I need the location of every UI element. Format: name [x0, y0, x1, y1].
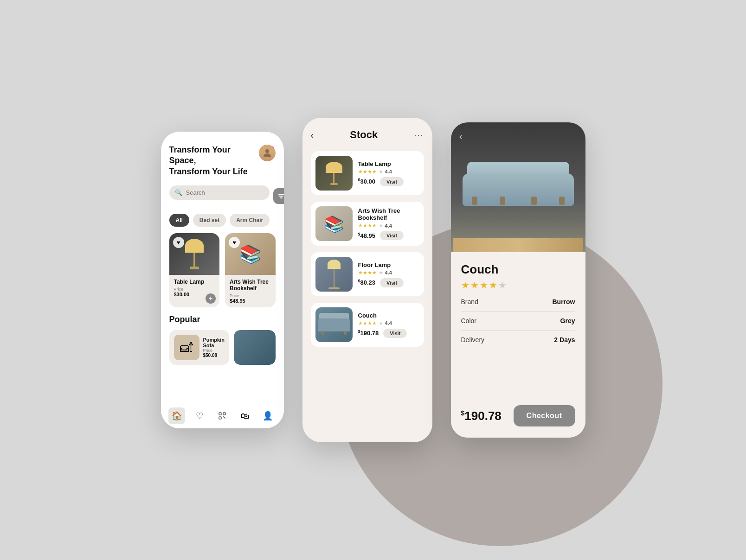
popular-image-sofa: 🛋	[174, 335, 199, 360]
detail-back-button[interactable]: ‹	[459, 131, 463, 143]
product-price-bookshelf: $48.95	[230, 298, 271, 304]
filter-button[interactable]	[273, 188, 284, 204]
rating-num-bookshelf: 4.4	[385, 223, 392, 229]
lamp-pole	[193, 253, 195, 267]
stock-item-bookshelf[interactable]: 📚 Arts Wish Tree Bookshelf ★★★★★ 4.4 $48…	[311, 202, 424, 246]
category-all[interactable]: All	[169, 214, 189, 227]
product-name-lamp: Table Lamp	[174, 279, 215, 285]
spec-label-delivery: Delivery	[461, 336, 485, 344]
nav-profile[interactable]: 👤	[259, 407, 276, 424]
stock-item-floor-lamp[interactable]: Floor Lamp ★★★★★ 4.4 $80.23 Visit	[311, 252, 424, 296]
spec-brand: Brand Burrow	[461, 298, 575, 312]
stock-item-rating-lamp: ★★★★★ 4.4	[358, 169, 419, 175]
favorite-button-lamp[interactable]: ♥	[173, 237, 184, 248]
stock-item-rating-floor-lamp: ★★★★★ 4.4	[358, 270, 419, 276]
stock-back-button[interactable]: ‹	[311, 130, 314, 140]
star-4: ★	[489, 280, 497, 291]
search-bar[interactable]: 🔍	[169, 185, 270, 200]
checkout-button[interactable]: Checkout	[514, 405, 575, 426]
star-2: ★	[470, 280, 479, 291]
stars-bookshelf: ★★★★	[358, 223, 377, 229]
spec-label-color: Color	[461, 317, 476, 325]
stars-lamp: ★★★★	[358, 169, 377, 175]
popular-card-couch[interactable]	[234, 330, 276, 365]
popular-price-sofa: $50.08	[203, 353, 225, 358]
category-armchair[interactable]: Arm Chair	[230, 214, 270, 227]
search-icon: 🔍	[175, 189, 182, 196]
rating-num-floor-lamp: 4.4	[385, 270, 392, 275]
visit-button-lamp[interactable]: Visit	[380, 177, 404, 186]
nav-scan[interactable]	[214, 407, 231, 424]
stock-item-name-couch: Couch	[358, 312, 419, 319]
spec-color: Color Grey	[461, 317, 575, 331]
stock-item-lamp[interactable]: Table Lamp ★★★★★ 4.4 $30.00 Visit	[311, 151, 424, 195]
stock-price-row-bookshelf: $48.95 Visit	[358, 231, 419, 240]
stock-price-row-couch: $190.78 Visit	[358, 329, 419, 338]
phones-container: Transform Your Space,Transform Your Life…	[161, 118, 585, 442]
price-label-bookshelf: Price	[230, 293, 271, 298]
stock-item-image-floor-lamp	[315, 257, 353, 292]
stock-item-couch[interactable]: Couch ★★★★★ 4.4 $190.78 Visit	[311, 303, 424, 347]
stock-item-info-couch: Couch ★★★★★ 4.4 $190.78 Visit	[358, 312, 419, 338]
detail-price: $190.78	[461, 409, 502, 423]
visit-button-bookshelf[interactable]: Visit	[380, 231, 404, 240]
product-card-lamp[interactable]: ♥ Table Lamp Price $30.00 +	[169, 233, 220, 307]
detail-specs: Brand Burrow Color Grey Delivery 2 Days	[461, 298, 575, 349]
stock-item-image-bookshelf: 📚	[315, 206, 353, 241]
lamp-base	[190, 267, 199, 269]
popular-card-sofa[interactable]: 🛋 Pumpkin Sofa Price $50.08	[169, 330, 229, 365]
stars-floor-lamp: ★★★★	[358, 270, 377, 276]
stock-price-row-floor-lamp: $80.23 Visit	[358, 278, 419, 287]
svg-point-0	[265, 149, 269, 153]
bookshelf-visual: 📚	[239, 244, 261, 264]
product-card-bookshelf[interactable]: 📚 ♥ Arts Wish Tree Bookshelf Price $48.9…	[225, 233, 276, 307]
popular-section: Popular 🛋 Pumpkin Sofa Price $50.08	[169, 315, 276, 365]
spec-value-color: Grey	[560, 317, 575, 325]
nav-home[interactable]: 🏠	[168, 407, 185, 424]
avatar	[259, 145, 276, 161]
rating-num-lamp: 4.4	[385, 169, 392, 174]
stock-item-info-bookshelf: Arts Wish Tree Bookshelf ★★★★★ 4.4 $48.9…	[358, 207, 419, 240]
search-input[interactable]	[186, 189, 264, 196]
floor-lamp-visual	[328, 260, 341, 289]
add-button-lamp[interactable]: +	[206, 293, 216, 304]
popular-info-sofa: Pumpkin Sofa Price $50.08	[203, 337, 225, 358]
couch-visual-small	[234, 330, 276, 365]
detail-product-name: Couch	[461, 262, 575, 277]
couch-leg-4	[559, 197, 565, 205]
favorite-button-bookshelf[interactable]: ♥	[229, 237, 240, 248]
phone-stock: ‹ Stock ··· Table Lamp ★★★★★ 4	[302, 118, 432, 442]
stock-title: Stock	[350, 129, 378, 141]
spec-value-delivery: 2 Days	[554, 336, 575, 344]
stock-item-price-bookshelf: $48.95	[358, 232, 376, 239]
popular-name-sofa: Pumpkin Sofa	[203, 337, 225, 348]
floor-visual	[453, 238, 583, 252]
couch-leg-1	[472, 197, 477, 205]
spec-delivery: Delivery 2 Days	[461, 336, 575, 349]
stock-item-image-lamp	[315, 156, 353, 191]
svg-rect-4	[219, 413, 221, 415]
nav-favorites[interactable]: ♡	[191, 407, 208, 424]
home-title: Transform Your Space,Transform Your Life	[169, 145, 253, 177]
stars-couch: ★★★★	[358, 320, 377, 326]
category-filter: All Bed set Arm Chair	[169, 214, 276, 227]
phone-home: Transform Your Space,Transform Your Life…	[161, 132, 284, 428]
nav-cart[interactable]: 🛍	[237, 407, 253, 424]
lamp-small-visual	[326, 162, 342, 185]
stock-item-name-bookshelf: Arts Wish Tree Bookshelf	[358, 207, 419, 221]
visit-button-couch[interactable]: Visit	[383, 329, 407, 338]
product-name-bookshelf: Arts Wish Tree Bookshelf	[230, 279, 271, 292]
stock-item-info-floor-lamp: Floor Lamp ★★★★★ 4.4 $80.23 Visit	[358, 261, 419, 287]
featured-products: ♥ Table Lamp Price $30.00 + 📚 ♥ Arts Wis…	[169, 233, 276, 307]
stock-item-rating-couch: ★★★★★ 4.4	[358, 320, 419, 326]
bookshelf-stock-visual: 📚	[324, 215, 344, 233]
price-label-lamp: Price	[174, 287, 215, 292]
category-bedset[interactable]: Bed set	[193, 214, 226, 227]
visit-button-floor-lamp[interactable]: Visit	[380, 278, 404, 287]
stock-item-info-lamp: Table Lamp ★★★★★ 4.4 $30.00 Visit	[358, 160, 419, 186]
stock-item-name-lamp: Table Lamp	[358, 160, 419, 167]
stock-item-name-floor-lamp: Floor Lamp	[358, 261, 419, 268]
stock-item-price-lamp: $30.00	[358, 178, 376, 185]
rating-num-couch: 4.4	[385, 320, 392, 326]
stock-more-button[interactable]: ···	[414, 130, 424, 140]
